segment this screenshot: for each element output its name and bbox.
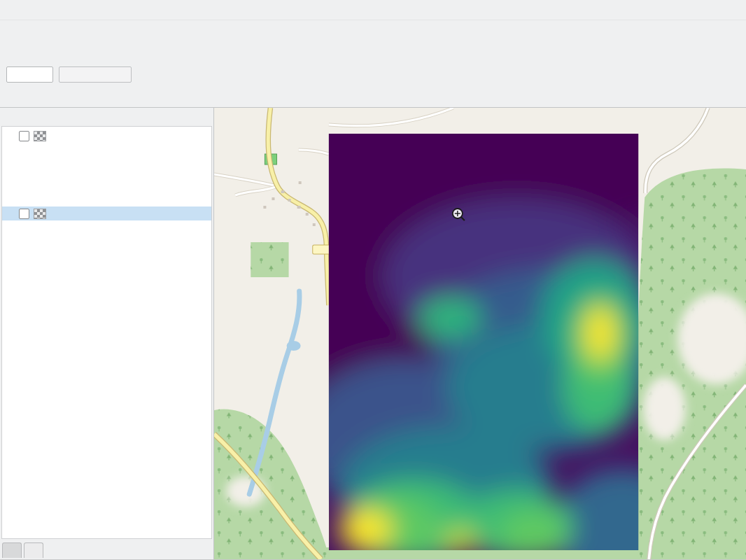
stroke-width-spinbox[interactable] (6, 66, 53, 83)
layer-checkbox-openstreetmap[interactable] (19, 209, 29, 219)
main-area (0, 108, 746, 559)
toolbar-row-3 (0, 64, 746, 85)
legend-ramp-block (2, 158, 211, 206)
tab-browser[interactable] (2, 542, 22, 558)
toolbar-row-2 (0, 42, 746, 64)
unit-dropdown[interactable] (59, 66, 132, 83)
toolbar-row-1 (0, 20, 746, 42)
color-ramp (30, 158, 38, 204)
map-canvas[interactable] (214, 108, 746, 559)
tab-layers[interactable] (24, 542, 43, 558)
layer-item-openstreetmap[interactable] (2, 206, 211, 220)
raster-layer-icon (34, 131, 46, 141)
layer-item-dem[interactable] (2, 129, 211, 143)
layers-panel (0, 108, 214, 559)
layer-tree (1, 126, 212, 539)
panel-bottom-tabs (0, 539, 213, 559)
raster-layer-icon (34, 209, 46, 219)
menubar (0, 0, 746, 20)
layers-panel-header (0, 108, 213, 123)
layer-checkbox-dem[interactable] (19, 131, 29, 141)
toolbar-row-4 (0, 85, 746, 107)
toolbar-area (0, 20, 746, 108)
band-label (2, 143, 211, 155)
road-ref-badge (313, 245, 330, 254)
map-svg (214, 108, 746, 559)
